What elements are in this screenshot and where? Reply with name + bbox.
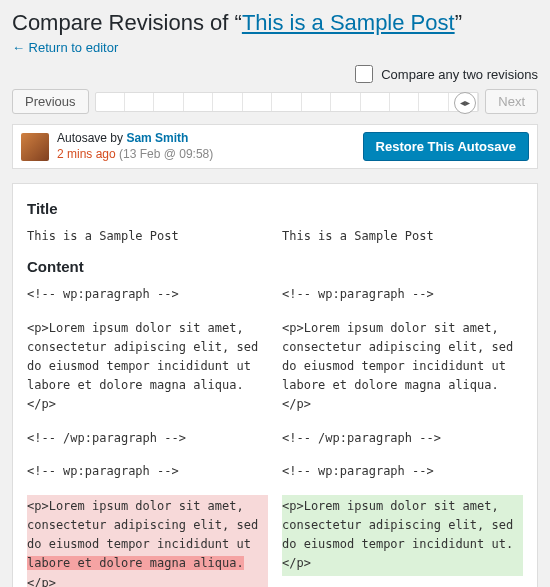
- slider-tick: [213, 93, 242, 111]
- diff-line: <!-- wp:paragraph -->: [282, 285, 523, 304]
- slider-tick: [361, 93, 390, 111]
- compare-two-checkbox[interactable]: [355, 65, 373, 83]
- slider-tick: [154, 93, 183, 111]
- revision-slider[interactable]: ◂▸: [95, 92, 480, 112]
- diff-line: <p>Lorem ipsum dolor sit amet, consectet…: [27, 319, 268, 415]
- page-title: Compare Revisions of “This is a Sample P…: [12, 10, 538, 36]
- title-suffix: ”: [455, 10, 462, 35]
- autosave-label: Autosave by: [57, 131, 126, 145]
- content-left: <!-- wp:paragraph --> <p>Lorem ipsum dol…: [27, 285, 268, 587]
- diff-line: <p>Lorem ipsum dolor sit amet, consectet…: [282, 319, 523, 415]
- diff-line-removed: <p>Lorem ipsum dolor sit amet, consectet…: [27, 495, 268, 587]
- title-right: This is a Sample Post: [282, 227, 523, 246]
- slider-tick: [302, 93, 331, 111]
- slider-tick: [390, 93, 419, 111]
- next-button: Next: [485, 89, 538, 114]
- title-left: This is a Sample Post: [27, 227, 268, 246]
- revision-meta: Autosave by Sam Smith 2 mins ago (13 Feb…: [57, 131, 355, 162]
- slider-tick: [331, 93, 360, 111]
- diff-removed-span: labore et dolore magna aliqua.: [27, 556, 244, 570]
- restore-autosave-button[interactable]: Restore This Autosave: [363, 132, 529, 161]
- previous-button[interactable]: Previous: [12, 89, 89, 114]
- slider-tick: [419, 93, 448, 111]
- content-right: <!-- wp:paragraph --> <p>Lorem ipsum dol…: [282, 285, 523, 587]
- diff-line: <!-- wp:paragraph -->: [282, 462, 523, 481]
- post-title-link[interactable]: This is a Sample Post: [242, 10, 455, 35]
- diff-line: <!-- /wp:paragraph -->: [282, 429, 523, 448]
- diff-line: <!-- /wp:paragraph -->: [27, 429, 268, 448]
- diff-line: <!-- wp:paragraph -->: [27, 285, 268, 304]
- time-ago: 2 mins ago: [57, 147, 116, 161]
- slider-tick: [184, 93, 213, 111]
- user-link[interactable]: Sam Smith: [126, 131, 188, 145]
- arrows-icon: ◂▸: [460, 97, 470, 108]
- content-heading: Content: [27, 258, 523, 275]
- return-to-editor-link[interactable]: ← Return to editor: [12, 40, 118, 55]
- diff-line-added: <p>Lorem ipsum dolor sit amet, consectet…: [282, 495, 523, 576]
- slider-tick: [125, 93, 154, 111]
- title-heading: Title: [27, 200, 523, 217]
- slider-handle[interactable]: ◂▸: [454, 92, 476, 114]
- avatar: [21, 133, 49, 161]
- slider-tick: [243, 93, 272, 111]
- title-prefix: Compare Revisions of “: [12, 10, 242, 35]
- slider-tick: [272, 93, 301, 111]
- slider-tick: [96, 93, 125, 111]
- diff-panel: Title This is a Sample Post This is a Sa…: [12, 183, 538, 587]
- compare-two-label: Compare any two revisions: [381, 67, 538, 82]
- diff-line: <!-- wp:paragraph -->: [27, 462, 268, 481]
- timestamp: (13 Feb @ 09:58): [116, 147, 214, 161]
